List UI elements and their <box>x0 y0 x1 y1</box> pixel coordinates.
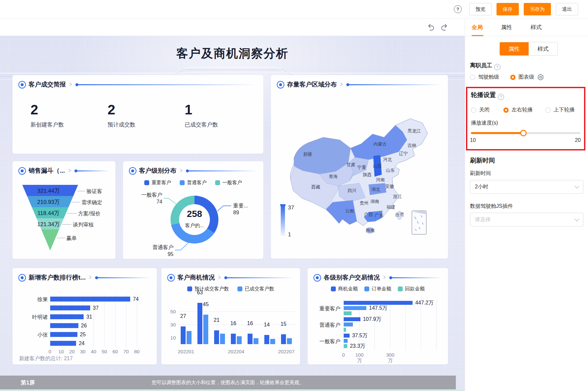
refresh-time-select[interactable]: 2小时 <box>470 180 583 194</box>
bar <box>344 306 366 310</box>
province-label: 甘肃 <box>347 162 355 167</box>
subtab-attributes[interactable]: 属性 <box>500 42 529 55</box>
select-placeholder: 请选择 <box>475 216 491 223</box>
card-title: 客户级别分布 <box>139 166 176 175</box>
screen-tip: 您可以调整图表的大小和位置，使图表占满页面，轮播效果会更美观。 <box>0 380 456 386</box>
tab-global[interactable]: 全局 <box>472 24 483 31</box>
chevron-right-icon[interactable]: > <box>68 167 71 174</box>
bar <box>50 332 77 337</box>
hbar-grouped-chart: 重要客户 普通客户 一般客户 447.2万 147.5万 107.9万 37.5… <box>308 268 448 364</box>
kpi-new-customers: 2 新创建客户数 <box>30 102 108 128</box>
js-plugin-label: 数据驾驶舱JS插件 <box>470 203 513 210</box>
preview-button[interactable]: 预览 <box>469 3 492 15</box>
funnel-value: 210.93万 <box>37 199 60 205</box>
donut-center-label: 客户的... <box>171 223 218 229</box>
tab-attributes[interactable]: 属性 <box>501 24 512 31</box>
slider-knob[interactable] <box>520 130 527 136</box>
title-accent-line <box>347 84 442 85</box>
kpi-label: 已成交客户数 <box>185 121 262 128</box>
province-label: 吉林 <box>408 143 417 148</box>
bullseye-icon <box>277 81 284 88</box>
carousel-option-vertical[interactable]: 上下轮播 <box>545 107 575 113</box>
resigned-option-cockpit[interactable]: 驾驶舱级 <box>470 74 499 81</box>
legend-swatch <box>144 180 149 185</box>
canvas-toolbar <box>0 19 465 36</box>
radio-unselected[interactable] <box>470 75 475 80</box>
bar <box>344 339 348 343</box>
province-label: 广东 <box>375 213 384 218</box>
province-label: 湖南 <box>371 199 379 204</box>
help-icon[interactable]: ? <box>494 64 500 70</box>
dashboard-board: 客户及商机洞察分析 客户成交简报 > 2 新创建客户数 2 预计成交数 <box>0 36 465 389</box>
card-title: 销售漏斗（... <box>29 166 65 175</box>
radio-unselected[interactable] <box>471 108 476 113</box>
kpi-label: 预计成交数 <box>108 121 185 128</box>
radio-selected[interactable] <box>510 75 516 80</box>
undo-icon[interactable] <box>426 23 435 31</box>
province-label: 广西 <box>364 212 373 217</box>
help-icon[interactable]: ? <box>454 5 462 13</box>
panel-tabs: 全局 属性 样式 <box>465 19 588 36</box>
gear-icon[interactable] <box>537 74 544 81</box>
subtab-style[interactable]: 样式 <box>529 42 558 55</box>
exit-button[interactable]: 退出 <box>556 3 578 15</box>
legend-item[interactable]: 一般客户 <box>215 180 242 186</box>
bar-value: 107.9万 <box>363 316 381 323</box>
x-tick: 80 <box>134 349 140 354</box>
chevron-right-icon[interactable]: > <box>340 81 343 88</box>
carousel-option-horizontal[interactable]: 左右轮播 <box>503 107 533 113</box>
card-deal-brief[interactable]: 客户成交简报 > 2 新创建客户数 2 预计成交数 1 已成交客户数 <box>12 75 263 154</box>
legend-item[interactable]: 重要客户 <box>144 180 171 186</box>
redo-icon[interactable] <box>441 23 449 31</box>
next-screen-strip[interactable] <box>0 389 465 391</box>
slider-max: 20 <box>575 137 581 143</box>
province-label: 湖北 <box>372 187 380 192</box>
bar-value: 26 <box>81 323 87 329</box>
carousel-option-off[interactable]: 关闭 <box>471 107 490 113</box>
chevron-right-icon[interactable]: > <box>180 167 182 174</box>
legend-item[interactable]: 普通客户 <box>180 180 207 186</box>
province-label: 云南 <box>345 208 354 213</box>
chevron-right-icon[interactable]: > <box>69 81 72 88</box>
province-label: 山东 <box>386 168 395 173</box>
x-tick: 20 <box>69 349 75 354</box>
x-tick: 100万 <box>353 352 366 364</box>
refresh-time-label: 刷新时间 <box>470 170 491 177</box>
south-china-sea-inset <box>412 211 426 234</box>
callout-important: 重要...89 <box>233 202 248 216</box>
save-button[interactable]: 保存 <box>497 3 519 15</box>
tab-style[interactable]: 样式 <box>531 24 542 31</box>
funnel-chart: 321.44万 210.93万 118.44万 121.34万 验证客 需求确定… <box>16 185 113 254</box>
donut-total: 258 <box>171 209 218 219</box>
card-region-map[interactable]: 存量客户区域分布 > <box>271 75 448 259</box>
x-tick: 30 <box>80 349 86 354</box>
select-value: 2小时 <box>475 184 488 190</box>
save-as-button[interactable]: 另存为 <box>524 3 551 15</box>
legend-label: 普通客户 <box>187 180 207 186</box>
bar-value: 147.5万 <box>369 305 387 312</box>
title-accent-line <box>76 84 257 85</box>
province-label: 河南 <box>376 177 385 182</box>
radio-label: 关闭 <box>479 107 490 113</box>
radio-label: 图表级 <box>518 74 534 81</box>
resigned-staff-label: 离职员工? <box>470 62 500 70</box>
province-label: 海南 <box>366 228 375 233</box>
help-icon[interactable]: ? <box>498 94 504 100</box>
card-opportunity[interactable]: 客户商机情况 > 预计成交客户数 已成交客户数 50 30 10 27 <box>161 268 300 364</box>
map-color-legend <box>281 205 285 235</box>
card-sales-funnel[interactable]: 销售漏斗（... > 321.44万 210.93万 118.44万 121.3… <box>12 161 115 259</box>
radio-unselected[interactable] <box>545 108 551 113</box>
kpi-expected-deals: 2 预计成交数 <box>108 102 185 128</box>
card-customer-level[interactable]: 客户级别分布 > 重要客户 普通客户 一般客户 258 客户的... 一般客户7… <box>123 161 263 259</box>
card-new-customer-ranking[interactable]: 新增客户数排行榜t... > 徐莱 叶明诸 小张 <box>12 268 157 364</box>
resigned-option-chart[interactable]: 图表级 <box>510 74 544 81</box>
card-trade-by-level[interactable]: 各级别客户交易情况 > 商机金额 订单金额 回款金额 重要客户 普通客户 一般客… <box>308 268 448 364</box>
x-tick: 70 <box>123 349 129 354</box>
slider-fill <box>471 132 523 134</box>
radio-label: 驾驶舱级 <box>478 74 499 81</box>
radio-selected[interactable] <box>503 108 509 113</box>
play-speed-slider[interactable] <box>471 132 580 134</box>
js-plugin-select[interactable]: 请选择 <box>470 213 583 226</box>
x-tick: 40 <box>91 349 96 354</box>
play-speed-label: 播放速度(s) <box>471 120 498 127</box>
